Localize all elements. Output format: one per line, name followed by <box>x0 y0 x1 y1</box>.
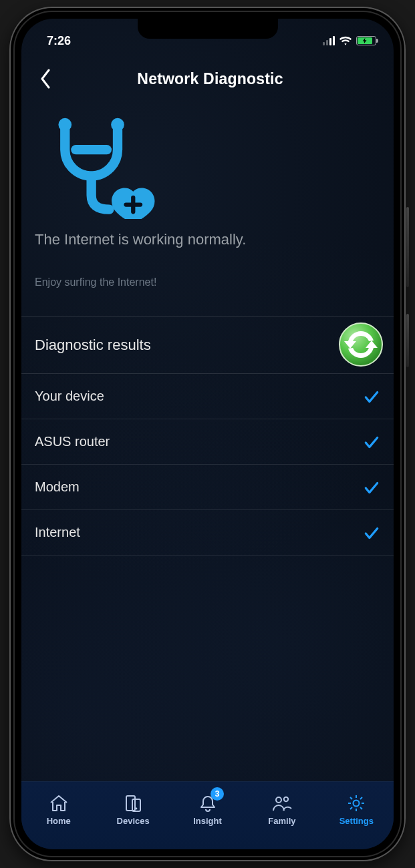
svg-line-19 <box>350 807 352 809</box>
tab-label: Devices <box>117 816 150 826</box>
cellular-signal-icon <box>323 36 335 45</box>
physical-side-button <box>406 207 409 287</box>
tab-home[interactable]: Home <box>21 782 96 837</box>
check-icon <box>363 524 380 541</box>
svg-point-5 <box>339 323 382 366</box>
stethoscope-heart-icon <box>35 105 155 219</box>
check-icon <box>363 479 380 496</box>
insight-badge: 3 <box>211 787 224 801</box>
tab-label: Family <box>268 816 295 826</box>
status-time: 7:26 <box>47 34 71 48</box>
result-row: Internet <box>21 510 394 556</box>
svg-line-17 <box>360 807 362 809</box>
result-label: Your device <box>35 389 104 404</box>
tab-bar: Home Devices 3 Insight <box>21 781 394 849</box>
screen: 7:26 <box>21 19 394 849</box>
result-row: ASUS router <box>21 419 394 465</box>
svg-line-16 <box>350 797 352 799</box>
tab-label: Home <box>47 816 71 826</box>
page-header: Network Diagnostic <box>21 56 394 101</box>
battery-icon <box>356 36 376 45</box>
family-icon <box>271 793 293 813</box>
svg-point-11 <box>354 801 360 807</box>
gear-icon <box>345 793 367 813</box>
page-title: Network Diagnostic <box>37 70 383 88</box>
tab-insight[interactable]: 3 Insight <box>170 782 245 837</box>
refresh-icon <box>337 321 384 368</box>
result-label: Modem <box>35 479 80 495</box>
tab-family[interactable]: Family <box>245 782 319 837</box>
wifi-icon <box>339 35 352 46</box>
results-heading: Diagnostic results <box>35 337 151 354</box>
svg-point-1 <box>111 118 124 132</box>
svg-point-8 <box>136 808 138 810</box>
result-label: Internet <box>35 525 80 540</box>
result-row: Your device <box>21 374 394 419</box>
svg-rect-6 <box>126 796 135 811</box>
tab-label: Settings <box>339 816 374 826</box>
check-icon <box>363 433 380 451</box>
svg-point-9 <box>276 797 281 803</box>
devices-icon <box>122 793 144 813</box>
diagnostic-results: Diagnostic results <box>21 316 394 556</box>
result-row: Modem <box>21 465 394 510</box>
result-label: ASUS router <box>35 434 110 449</box>
refresh-button[interactable] <box>337 321 384 368</box>
network-status-subtext: Enjoy surfing the Internet! <box>35 276 380 288</box>
status-icons <box>323 35 376 46</box>
notch <box>138 19 278 39</box>
hero: The Internet is working normally. Enjoy … <box>21 101 394 288</box>
svg-point-0 <box>58 118 72 132</box>
svg-point-10 <box>284 797 288 801</box>
svg-line-18 <box>360 797 362 799</box>
phone-frame: 7:26 <box>9 7 406 861</box>
check-icon <box>363 388 380 405</box>
tab-label: Insight <box>193 816 222 826</box>
tab-settings[interactable]: Settings <box>319 782 394 837</box>
home-icon <box>48 793 70 813</box>
physical-side-button <box>406 314 409 367</box>
tab-devices[interactable]: Devices <box>96 782 170 837</box>
network-status-text: The Internet is working normally. <box>35 231 380 248</box>
results-heading-row: Diagnostic results <box>21 316 394 374</box>
